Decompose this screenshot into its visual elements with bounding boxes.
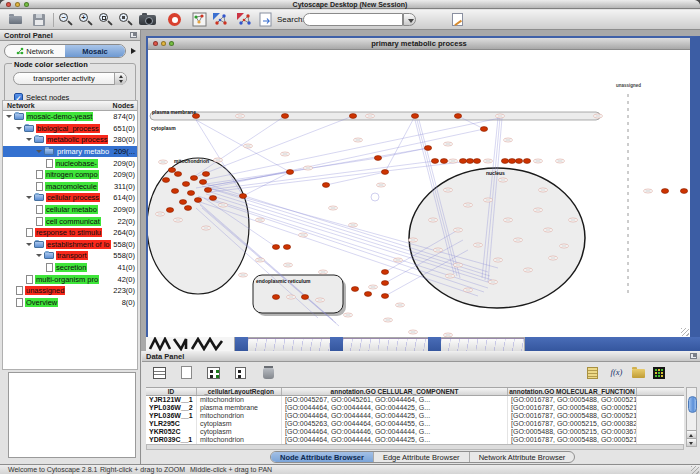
tree-item-response-to-stimulus[interactable]: response to stimulu 264(0) xyxy=(3,227,137,239)
table-row[interactable]: YDR039C__1 mitochondrion [GO:0044464, GO… xyxy=(146,436,684,444)
cell-region[interactable]: mitochondrion xyxy=(197,396,282,404)
network-overview-panel[interactable] xyxy=(8,372,136,458)
scrollbar-thumb[interactable] xyxy=(688,396,697,413)
cell-go-mf[interactable]: [GO:0016787, GO:0005488, GO:0005215, G..… xyxy=(508,436,637,444)
unselect-attributes-icon[interactable] xyxy=(233,366,250,381)
background-window-3-content[interactable] xyxy=(343,338,428,351)
search-input[interactable] xyxy=(303,13,403,26)
annotation-icon[interactable] xyxy=(258,12,275,28)
network-overview-icon[interactable] xyxy=(192,12,209,28)
cell-id[interactable]: YJR121W__1 xyxy=(146,396,197,404)
tab-mosaic[interactable]: Mosaic xyxy=(65,45,125,57)
cell-go-mf[interactable]: [GO:0005488, GO:0005215, GO:0003674] xyxy=(508,428,637,436)
table-row[interactable]: YPL036W__1 mitochondrion [GO:0044464, GO… xyxy=(146,412,684,420)
cell-region[interactable]: mitochondrion xyxy=(197,412,282,420)
scroll-down-icon[interactable] xyxy=(687,438,696,446)
tree-item-cellular-metabolism[interactable]: cellular metabo 209(0) xyxy=(3,204,137,216)
disclosure-triangle-icon[interactable] xyxy=(26,243,32,246)
disclosure-triangle-icon[interactable] xyxy=(36,254,42,257)
background-window-4-content[interactable] xyxy=(441,338,524,351)
search-options-icon[interactable] xyxy=(450,12,467,28)
background-window-3[interactable] xyxy=(330,337,343,351)
zoom-selected-region-icon[interactable] xyxy=(98,12,115,28)
disclosure-triangle-icon[interactable] xyxy=(36,150,42,153)
cell-go-cc[interactable]: [GO:0045267, GO:0045261, GO:0044464, G..… xyxy=(282,396,508,404)
search-dropdown-arrow-icon[interactable] xyxy=(403,13,416,26)
background-window-2-content[interactable] xyxy=(248,338,330,351)
tree-item-biological-process[interactable]: biological_process 651(0) xyxy=(3,123,137,135)
tree-item-cell-communication[interactable]: cell communicat 22(0) xyxy=(3,215,137,227)
cell-go-cc[interactable]: [GO:0044464, GO:0044444, GO:0044425, G..… xyxy=(282,436,508,444)
attribute-matrix-icon[interactable] xyxy=(651,366,668,381)
tree-item-mosaic-demo-yeast[interactable]: mosaic-demo-yeast 874(0) xyxy=(3,111,137,123)
table-row[interactable]: YJR121W__1 mitochondrion [GO:0045267, GO… xyxy=(146,396,684,404)
horizontal-scrollbar[interactable] xyxy=(146,444,684,450)
cell-id[interactable]: YKR052C xyxy=(146,428,197,436)
attribute-panel-icon[interactable] xyxy=(152,366,169,381)
background-window-5[interactable] xyxy=(525,337,700,351)
resize-grip-icon[interactable] xyxy=(691,466,699,474)
col-id[interactable]: ID xyxy=(146,388,197,395)
tree-item-unassigned[interactable]: unassigned 223(0) xyxy=(3,285,137,297)
cell-region[interactable]: cytoplasm xyxy=(197,420,282,428)
tab-node-attribute-browser[interactable]: Node Attribute Browser xyxy=(271,452,373,462)
cell-go-cc[interactable]: [GO:0044464, GO:0044444, GO:0044425, G..… xyxy=(282,404,508,412)
cell-region[interactable]: mitochondrion xyxy=(197,436,282,444)
disclosure-triangle-icon[interactable] xyxy=(6,115,12,118)
float-panel-icon[interactable] xyxy=(130,32,137,38)
zoom-out-icon[interactable]: − xyxy=(58,12,75,28)
help-icon[interactable] xyxy=(167,12,184,28)
cell-id[interactable]: YDR039C__1 xyxy=(146,436,197,444)
destroy-network-view-icon[interactable] xyxy=(236,12,253,28)
import-attributes-icon[interactable] xyxy=(631,366,648,381)
network-window-titlebar[interactable]: primary metabolic process xyxy=(148,38,690,50)
network-canvas[interactable]: plasma membrane cytoplasm mitochondrion … xyxy=(148,50,690,337)
col-go-cellular-component[interactable]: annotation.GO CELLULAR_COMPONENT xyxy=(282,388,508,395)
tree-item-cellular-process[interactable]: cellular process 614(0) xyxy=(3,192,137,204)
disclosure-triangle-icon[interactable] xyxy=(16,127,22,130)
tree-item-nitrogen-compound[interactable]: nitrogen compo 209(0) xyxy=(3,169,137,181)
create-network-view-icon[interactable] xyxy=(212,12,229,28)
tree-item-nucleobase[interactable]: nucleobase- 209(0) xyxy=(3,157,137,169)
background-window-2[interactable] xyxy=(235,337,248,351)
cell-region[interactable]: cytoplasm xyxy=(197,428,282,436)
save-session-icon[interactable] xyxy=(31,12,48,28)
tree-item-transport[interactable]: transport 558(0) xyxy=(3,250,137,262)
network-graph[interactable] xyxy=(148,50,690,337)
node-color-dropdown[interactable]: transporter activity xyxy=(13,72,127,85)
table-row[interactable]: YLR295C cytoplasm [GO:0045263, GO:004446… xyxy=(146,420,684,428)
col-go-molecular-function[interactable]: annotation.GO MOLECULAR_FUNCTION xyxy=(508,388,637,395)
open-session-icon[interactable] xyxy=(8,12,25,28)
tree-item-metabolic-process[interactable]: metabolic process 280(0) xyxy=(3,134,137,146)
cell-go-mf[interactable]: [GO:0016787, GO:0005488, GO:0005215, G..… xyxy=(508,404,637,412)
cell-id[interactable]: YLR295C xyxy=(146,420,197,428)
cell-go-cc[interactable]: [GO:0044464, GO:0044444, GO:0044425, G..… xyxy=(282,412,508,420)
attribute-table-header[interactable]: ID _cellularLayoutRegion annotation.GO C… xyxy=(146,387,684,396)
create-attribute-icon[interactable] xyxy=(179,366,196,381)
tab-network-attribute-browser[interactable]: Network Attribute Browser xyxy=(469,452,575,462)
background-window-1[interactable] xyxy=(146,337,234,351)
tree-item-overview[interactable]: Overview 8(0) xyxy=(3,297,137,309)
table-row[interactable]: YKR052C cytoplasm [GO:0044464, GO:004444… xyxy=(146,428,684,436)
cell-id[interactable]: YPL036W__1 xyxy=(146,412,197,420)
select-attributes-icon[interactable] xyxy=(206,366,223,381)
disclosure-triangle-icon[interactable] xyxy=(26,138,32,141)
zoom-fit-icon[interactable] xyxy=(118,12,135,28)
delete-attribute-icon[interactable] xyxy=(261,366,278,381)
tree-item-secretion[interactable]: secretion 41(0) xyxy=(3,262,137,274)
snapshot-camera-icon[interactable] xyxy=(139,12,158,28)
attribute-editor-icon[interactable] xyxy=(585,366,602,381)
tab-edge-attribute-browser[interactable]: Edge Attribute Browser xyxy=(373,452,469,462)
zoom-in-icon[interactable]: + xyxy=(78,12,95,28)
float-panel-icon[interactable] xyxy=(690,353,697,359)
tree-item-primary-metabolic-selected[interactable]: primary metabo 209(... xyxy=(3,146,137,158)
cell-go-mf[interactable]: [GO:0016787, GO:0005488, GO:0005215, G..… xyxy=(508,396,637,404)
background-window-4[interactable] xyxy=(428,337,441,351)
cell-go-cc[interactable]: [GO:0045263, GO:0044464, GO:0044455, G..… xyxy=(282,420,508,428)
table-row[interactable]: YPL036W__2 plasma membrane [GO:0044464, … xyxy=(146,404,684,412)
cell-id[interactable]: YPL036W__2 xyxy=(146,404,197,412)
tree-item-multi-organism-process[interactable]: multi-organism pro 42(0) xyxy=(3,273,137,285)
function-builder-icon[interactable]: f(x) xyxy=(608,366,625,381)
vertical-scrollbar[interactable] xyxy=(686,387,697,447)
cell-go-mf[interactable]: [GO:0016787, GO:0005488, GO:0005215, G..… xyxy=(508,412,637,420)
